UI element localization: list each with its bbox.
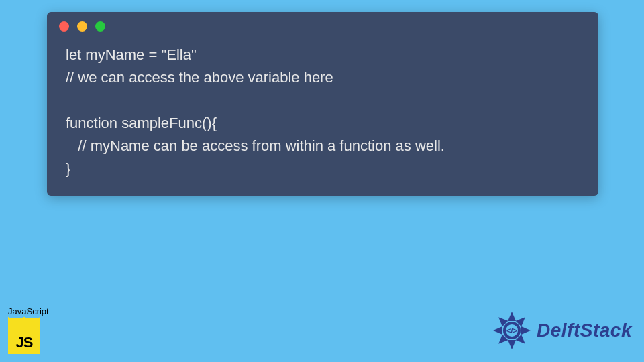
code-line: // we can access the above variable here (66, 69, 333, 86)
javascript-logo-icon: JS (8, 318, 40, 354)
svg-text:</>: </> (506, 326, 517, 335)
close-icon (59, 21, 69, 32)
svg-marker-4 (508, 340, 516, 349)
brand: </> DelftStack (491, 310, 632, 351)
code-line: let myName = "Ella" (66, 46, 197, 63)
maximize-icon (95, 21, 105, 32)
svg-marker-2 (521, 326, 531, 335)
minimize-icon (77, 21, 87, 32)
javascript-badge: JavaScript JS (8, 306, 52, 354)
window-controls (47, 12, 598, 37)
svg-marker-0 (508, 312, 516, 321)
logo-text: JS (8, 334, 40, 351)
code-line: function sampleFunc(){ (66, 115, 217, 131)
brand-logo-icon: </> (491, 310, 533, 351)
code-window: let myName = "Ella" // we can access the… (47, 12, 598, 196)
svg-marker-6 (493, 326, 502, 335)
brand-name: DelftStack (537, 320, 632, 341)
code-line: } (66, 160, 70, 177)
code-line: // myName can be access from within a fu… (66, 137, 445, 154)
badge-label: JavaScript (8, 306, 52, 316)
code-body: let myName = "Ella" // we can access the… (47, 37, 598, 184)
